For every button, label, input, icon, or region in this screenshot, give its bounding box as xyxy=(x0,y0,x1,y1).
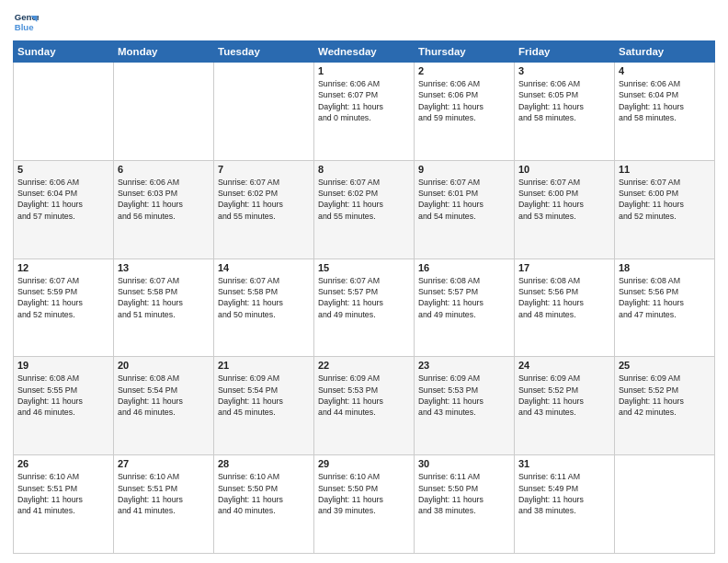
day-number: 7 xyxy=(218,164,310,175)
day-number: 13 xyxy=(118,262,210,273)
cell-info: Sunrise: 6:08 AM Sunset: 5:55 PM Dayligh… xyxy=(17,373,109,418)
cell-info: Sunrise: 6:09 AM Sunset: 5:52 PM Dayligh… xyxy=(619,373,711,418)
day-number: 28 xyxy=(218,458,310,469)
calendar-cell: 9Sunrise: 6:07 AM Sunset: 6:01 PM Daylig… xyxy=(415,160,515,259)
day-number: 15 xyxy=(318,262,410,273)
cell-info: Sunrise: 6:10 AM Sunset: 5:51 PM Dayligh… xyxy=(17,471,109,516)
day-number: 19 xyxy=(17,360,109,371)
cell-info: Sunrise: 6:07 AM Sunset: 5:58 PM Dayligh… xyxy=(118,275,210,320)
calendar-cell: 3Sunrise: 6:06 AM Sunset: 6:05 PM Daylig… xyxy=(515,63,615,161)
calendar-cell: 6Sunrise: 6:06 AM Sunset: 6:03 PM Daylig… xyxy=(114,160,214,259)
day-number: 25 xyxy=(619,360,711,371)
calendar-cell: 17Sunrise: 6:08 AM Sunset: 5:56 PM Dayli… xyxy=(515,259,615,357)
week-row-2: 5Sunrise: 6:06 AM Sunset: 6:04 PM Daylig… xyxy=(14,160,715,259)
week-row-5: 26Sunrise: 6:10 AM Sunset: 5:51 PM Dayli… xyxy=(14,455,715,554)
calendar-cell: 21Sunrise: 6:09 AM Sunset: 5:54 PM Dayli… xyxy=(214,357,314,455)
cell-info: Sunrise: 6:10 AM Sunset: 5:51 PM Dayligh… xyxy=(118,471,210,516)
calendar-cell: 7Sunrise: 6:07 AM Sunset: 6:02 PM Daylig… xyxy=(214,160,314,259)
cell-info: Sunrise: 6:08 AM Sunset: 5:54 PM Dayligh… xyxy=(118,373,210,418)
weekday-header-row: SundayMondayTuesdayWednesdayThursdayFrid… xyxy=(14,41,715,63)
calendar-cell: 15Sunrise: 6:07 AM Sunset: 5:57 PM Dayli… xyxy=(314,259,415,357)
weekday-friday: Friday xyxy=(515,41,615,63)
day-number: 26 xyxy=(17,458,109,469)
calendar-cell: 20Sunrise: 6:08 AM Sunset: 5:54 PM Dayli… xyxy=(114,357,214,455)
calendar-cell: 16Sunrise: 6:08 AM Sunset: 5:57 PM Dayli… xyxy=(415,259,515,357)
day-number: 10 xyxy=(518,164,610,175)
day-number: 27 xyxy=(118,458,210,469)
page: General Blue SundayMondayTuesdayWednesda… xyxy=(0,0,728,563)
cell-info: Sunrise: 6:07 AM Sunset: 5:57 PM Dayligh… xyxy=(318,275,410,320)
day-number: 2 xyxy=(418,65,510,76)
cell-info: Sunrise: 6:11 AM Sunset: 5:49 PM Dayligh… xyxy=(518,471,610,516)
day-number: 9 xyxy=(418,164,510,175)
calendar-cell: 2Sunrise: 6:06 AM Sunset: 6:06 PM Daylig… xyxy=(415,63,515,161)
day-number: 22 xyxy=(318,360,410,371)
calendar-cell xyxy=(214,63,314,161)
calendar-cell xyxy=(14,63,114,161)
calendar-cell: 1Sunrise: 6:06 AM Sunset: 6:07 PM Daylig… xyxy=(314,63,415,161)
weekday-wednesday: Wednesday xyxy=(314,41,415,63)
cell-info: Sunrise: 6:08 AM Sunset: 5:57 PM Dayligh… xyxy=(418,275,510,320)
weekday-thursday: Thursday xyxy=(415,41,515,63)
calendar-cell: 25Sunrise: 6:09 AM Sunset: 5:52 PM Dayli… xyxy=(615,357,715,455)
calendar-cell: 30Sunrise: 6:11 AM Sunset: 5:50 PM Dayli… xyxy=(415,455,515,554)
cell-info: Sunrise: 6:06 AM Sunset: 6:03 PM Dayligh… xyxy=(118,177,210,222)
calendar-cell: 5Sunrise: 6:06 AM Sunset: 6:04 PM Daylig… xyxy=(14,160,114,259)
day-number: 3 xyxy=(518,65,610,76)
calendar-cell: 10Sunrise: 6:07 AM Sunset: 6:00 PM Dayli… xyxy=(515,160,615,259)
day-number: 4 xyxy=(619,65,711,76)
calendar-cell: 19Sunrise: 6:08 AM Sunset: 5:55 PM Dayli… xyxy=(14,357,114,455)
cell-info: Sunrise: 6:09 AM Sunset: 5:53 PM Dayligh… xyxy=(418,373,510,418)
day-number: 18 xyxy=(619,262,711,273)
cell-info: Sunrise: 6:07 AM Sunset: 5:59 PM Dayligh… xyxy=(17,275,109,320)
day-number: 14 xyxy=(218,262,310,273)
weekday-sunday: Sunday xyxy=(14,41,114,63)
day-number: 30 xyxy=(418,458,510,469)
cell-info: Sunrise: 6:06 AM Sunset: 6:04 PM Dayligh… xyxy=(619,78,711,123)
week-row-4: 19Sunrise: 6:08 AM Sunset: 5:55 PM Dayli… xyxy=(14,357,715,455)
calendar-cell: 24Sunrise: 6:09 AM Sunset: 5:52 PM Dayli… xyxy=(515,357,615,455)
logo-icon: General Blue xyxy=(13,9,39,35)
cell-info: Sunrise: 6:10 AM Sunset: 5:50 PM Dayligh… xyxy=(218,471,310,516)
cell-info: Sunrise: 6:10 AM Sunset: 5:50 PM Dayligh… xyxy=(318,471,410,516)
day-number: 24 xyxy=(518,360,610,371)
day-number: 23 xyxy=(418,360,510,371)
logo: General Blue xyxy=(13,9,42,35)
cell-info: Sunrise: 6:07 AM Sunset: 6:02 PM Dayligh… xyxy=(318,177,410,222)
day-number: 8 xyxy=(318,164,410,175)
weekday-tuesday: Tuesday xyxy=(214,41,314,63)
day-number: 1 xyxy=(318,65,410,76)
day-number: 20 xyxy=(118,360,210,371)
day-number: 6 xyxy=(118,164,210,175)
calendar-cell xyxy=(615,455,715,554)
cell-info: Sunrise: 6:11 AM Sunset: 5:50 PM Dayligh… xyxy=(418,471,510,516)
day-number: 12 xyxy=(17,262,109,273)
calendar-cell: 28Sunrise: 6:10 AM Sunset: 5:50 PM Dayli… xyxy=(214,455,314,554)
calendar-cell: 11Sunrise: 6:07 AM Sunset: 6:00 PM Dayli… xyxy=(615,160,715,259)
calendar-cell: 18Sunrise: 6:08 AM Sunset: 5:56 PM Dayli… xyxy=(615,259,715,357)
weekday-saturday: Saturday xyxy=(615,41,715,63)
day-number: 31 xyxy=(518,458,610,469)
calendar-cell: 31Sunrise: 6:11 AM Sunset: 5:49 PM Dayli… xyxy=(515,455,615,554)
cell-info: Sunrise: 6:09 AM Sunset: 5:52 PM Dayligh… xyxy=(518,373,610,418)
week-row-1: 1Sunrise: 6:06 AM Sunset: 6:07 PM Daylig… xyxy=(14,63,715,161)
cell-info: Sunrise: 6:06 AM Sunset: 6:04 PM Dayligh… xyxy=(17,177,109,222)
calendar-cell: 14Sunrise: 6:07 AM Sunset: 5:58 PM Dayli… xyxy=(214,259,314,357)
cell-info: Sunrise: 6:09 AM Sunset: 5:54 PM Dayligh… xyxy=(218,373,310,418)
day-number: 21 xyxy=(218,360,310,371)
week-row-3: 12Sunrise: 6:07 AM Sunset: 5:59 PM Dayli… xyxy=(14,259,715,357)
cell-info: Sunrise: 6:08 AM Sunset: 5:56 PM Dayligh… xyxy=(619,275,711,320)
cell-info: Sunrise: 6:07 AM Sunset: 6:01 PM Dayligh… xyxy=(418,177,510,222)
calendar-cell: 12Sunrise: 6:07 AM Sunset: 5:59 PM Dayli… xyxy=(14,259,114,357)
calendar-cell: 13Sunrise: 6:07 AM Sunset: 5:58 PM Dayli… xyxy=(114,259,214,357)
calendar-cell: 23Sunrise: 6:09 AM Sunset: 5:53 PM Dayli… xyxy=(415,357,515,455)
calendar-cell: 4Sunrise: 6:06 AM Sunset: 6:04 PM Daylig… xyxy=(615,63,715,161)
calendar-cell: 22Sunrise: 6:09 AM Sunset: 5:53 PM Dayli… xyxy=(314,357,415,455)
header: General Blue xyxy=(13,9,715,35)
day-number: 16 xyxy=(418,262,510,273)
calendar-cell: 8Sunrise: 6:07 AM Sunset: 6:02 PM Daylig… xyxy=(314,160,415,259)
cell-info: Sunrise: 6:06 AM Sunset: 6:06 PM Dayligh… xyxy=(418,78,510,123)
day-number: 17 xyxy=(518,262,610,273)
calendar-cell: 29Sunrise: 6:10 AM Sunset: 5:50 PM Dayli… xyxy=(314,455,415,554)
cell-info: Sunrise: 6:06 AM Sunset: 6:05 PM Dayligh… xyxy=(518,78,610,123)
